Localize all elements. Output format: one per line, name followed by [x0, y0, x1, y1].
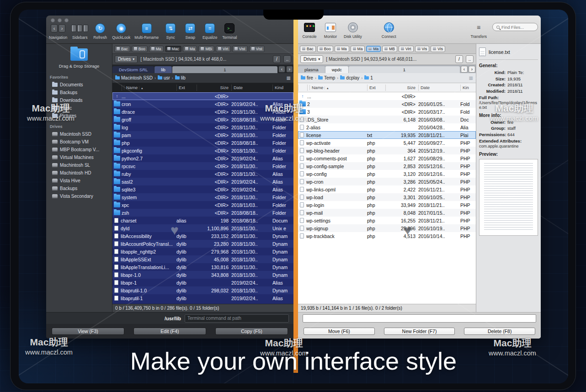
file-row-libaprutil-1[interactable]: libaprutil-1dylib2019/02/24..Alias	[112, 294, 293, 302]
file-row--[interactable]: ↑...<DIR>	[112, 92, 293, 100]
file-row-python2-7[interactable]: python2.7<DIR>2019/02/24..Alias	[112, 154, 293, 162]
copy-f5-button[interactable]: Copy (F5)	[215, 328, 288, 335]
toolbar-console[interactable]: Console	[302, 22, 317, 39]
sidebar-item-music[interactable]: Music	[46, 104, 112, 112]
pane-divider[interactable]	[293, 16, 298, 339]
file-row-wp-config[interactable]: wp-configphp3,1202016/12/16..PHP	[298, 170, 476, 178]
column-size[interactable]: Size	[197, 85, 231, 91]
sidebar-item-vista-secondary[interactable]: Vista Secondary	[46, 192, 112, 200]
file-row-wp-signup[interactable]: wp-signupphp25,8962016/10/19..PHP	[298, 224, 476, 232]
toolbar-monitor[interactable]: Monitor	[323, 22, 338, 39]
file-row-sasl2[interactable]: sasl2<DIR>2019/02/24..Alias	[112, 178, 293, 185]
sidebar-item-backups[interactable]: Backups	[46, 185, 112, 192]
toolbar-swap[interactable]: ⇄ Swap	[182, 23, 198, 40]
sidebar-item-downloads[interactable]: Downloads	[46, 96, 112, 104]
file-row-2[interactable]: 2<DIR>2016/01/25..Fold	[298, 100, 476, 108]
drives-dropdown[interactable]: Drives ▾	[115, 55, 138, 63]
close-button[interactable]	[51, 18, 55, 22]
path-input[interactable]	[303, 314, 536, 323]
file-row-xpc[interactable]: xpc<DIR>2018/11/03..Folder	[112, 201, 293, 209]
forward-icon[interactable]: ›	[59, 24, 65, 32]
tab-back-icon[interactable]: ‹	[461, 66, 468, 73]
file-row-log[interactable]: log<DIR>2018/11/30..Folder	[112, 123, 293, 131]
drive-shortcut-mbi[interactable]: MBi	[198, 46, 214, 52]
file-row-libapplessext[interactable]: libAppleSSExtdylib45,0082018/11/30..Dyna…	[112, 255, 293, 263]
tab-forward-icon[interactable]: ›	[286, 66, 293, 73]
drive-shortcut-vis[interactable]: Vis	[415, 46, 430, 52]
file-row-license[interactable]: licensetxt19,9352018/11/21..Plai	[298, 131, 476, 139]
file-row-php[interactable]: php<DIR>2018/08/18..Folder	[112, 139, 293, 147]
toolbar-refresh[interactable]: ↻ Refresh	[92, 23, 108, 40]
file-row--ds-store[interactable]: .DS_Store6,1482016/03/08..Doc	[298, 116, 476, 123]
back-icon[interactable]: ‹	[51, 24, 58, 32]
sidebar-item-bootcamp-vm[interactable]: Bootcamp VM	[46, 138, 112, 146]
file-row-pkgconfig[interactable]: pkgconfig<DIR>2018/11/30..Folder	[112, 147, 293, 154]
find-files-search[interactable]	[492, 23, 538, 31]
column-name[interactable]: Name ▴	[307, 85, 367, 91]
file-row-wp-mail[interactable]: wp-mailphp8,0482017/01/15..PHP	[298, 209, 476, 217]
breadcrumb-item-temp[interactable]: Temp	[318, 75, 335, 80]
breadcrumb-item-dcplay[interactable]: dcplay	[340, 75, 359, 80]
file-row-ruby[interactable]: ruby<DIR>2018/11/30..Alias	[112, 170, 293, 178]
drive-shortcut-virt[interactable]: Virt	[216, 46, 231, 52]
file-row-pam[interactable]: pam<DIR>2018/11/30..Folder	[112, 131, 293, 139]
tab-1[interactable]: 1	[349, 66, 460, 73]
drives-dropdown[interactable]: Drives ▾	[300, 55, 323, 63]
tab-devstorm[interactable]: DevStorm SRL	[112, 66, 154, 73]
sidebar-item-documents[interactable]: Documents	[46, 81, 112, 89]
file-row-3[interactable]: 3<DIR>2016/03/17..Fold	[298, 108, 476, 116]
sidebar-item-vista-hive[interactable]: Vista Hive	[46, 177, 112, 185]
sidebar-item-machintosh-sl[interactable]: Machintosh SL	[46, 161, 112, 169]
drive-shortcut-mac[interactable]: Mac	[165, 46, 181, 52]
file-row-libapple-nghttp2[interactable]: libapple_nghttp2dylib279,9682018/11/30..…	[112, 248, 293, 255]
sidebar-item-pictures[interactable]: Pictures	[46, 112, 112, 120]
tab-back-icon[interactable]: ‹	[278, 66, 285, 73]
parent-dir-button[interactable]: ..	[283, 55, 291, 63]
column-size[interactable]: Size	[385, 85, 418, 91]
sidebar-item-mbp-bootcamp-v-[interactable]: MBP Bootcamp V...	[46, 146, 112, 154]
drive-shortcut-boo[interactable]: Boo	[132, 46, 148, 52]
column-date[interactable]: Date	[418, 85, 460, 91]
file-row-libappletranslationli-[interactable]: libAppleTranslationLi...dylib130,8162018…	[112, 263, 293, 271]
toolbar-equalize[interactable]: = Equalize	[202, 23, 218, 40]
file-row-wp-load[interactable]: wp-loadphp3,3012016/10/25..PHP	[298, 193, 476, 201]
tab-plasma[interactable]: plasma	[298, 66, 325, 73]
edit-f4-button[interactable]: Edit (F4)	[133, 328, 206, 335]
drive-shortcut-ma[interactable]: Ma	[149, 46, 164, 52]
drive-shortcut-ma[interactable]: Ma	[366, 46, 381, 52]
file-row-zsh[interactable]: zsh<DIR>2018/08/18..Folder	[112, 209, 293, 217]
file-row-wp-trackback[interactable]: wp-trackbackphp4,5132016/10/14..PHP	[298, 232, 476, 240]
tab-lib-active[interactable]: lib	[154, 66, 172, 73]
parent-dir-button[interactable]: ..	[466, 55, 474, 63]
file-row-dtrace[interactable]: dtrace<DIR>2018/11/30..Folder	[112, 108, 293, 116]
column-kind[interactable]: Kin	[460, 85, 476, 91]
toolbar-connect[interactable]: Connect	[381, 22, 397, 39]
drive-shortcut-virt[interactable]: Virt	[399, 46, 414, 52]
file-row-wp-blog-header[interactable]: wp-blog-headerphp3642015/12/19..PHP	[298, 147, 476, 154]
search-input[interactable]	[501, 25, 533, 30]
drive-shortcut-mb[interactable]: MB	[382, 46, 397, 52]
file-row-wp-activate[interactable]: wp-activatephp5,4472016/09/27..PHP	[298, 139, 476, 147]
window-controls[interactable]	[51, 18, 69, 22]
drive-shortcut-ma[interactable]: Ma	[183, 46, 197, 52]
sidebar-item-backups[interactable]: Backups	[46, 89, 112, 96]
file-row-libaprutil-1-0[interactable]: libaprutil-1.0dylib298,0322018/11/30..Dy…	[112, 286, 293, 294]
file-row-wp-links-opml[interactable]: wp-links-opmlphp2,4222016/11/21..PHP	[298, 185, 476, 193]
toolbar-quicklook[interactable]: ◉ QuickLook	[112, 23, 130, 40]
new-folder-f7-button[interactable]: New Folder (F7)	[384, 328, 455, 335]
file-row-libaccessibility[interactable]: libAccessibilitydylib233,1522018/11/30..…	[112, 232, 293, 240]
file-row-wp-config-sample[interactable]: wp-config-samplephp2,8532015/12/16..PHP	[298, 162, 476, 170]
drive-shortcut-vist[interactable]: Vist	[249, 46, 265, 52]
file-row-2-alias[interactable]: 2-alias2016/04/28..Alia	[298, 123, 476, 131]
file-row-wp-cron[interactable]: wp-cronphp3,2862015/05/24..PHP	[298, 178, 476, 185]
column-kind[interactable]: Kind	[272, 85, 293, 91]
file-row-system[interactable]: system<DIR>2018/11/30..Folder	[112, 193, 293, 201]
tab-1[interactable]: 1	[172, 66, 277, 73]
toolbar-transfers[interactable]: ≡ Transfers	[470, 22, 487, 39]
breadcrumb-item-macintosh-ssd[interactable]: Macintosh SSD	[115, 75, 153, 80]
toolbar-sync[interactable]: ⇅ Sync	[163, 23, 178, 40]
column-name[interactable]: Name ▴	[122, 85, 176, 91]
root-button[interactable]: /	[455, 55, 463, 63]
view-f3-button[interactable]: View (F3)	[52, 328, 124, 335]
drive-shortcut-bac[interactable]: Bac	[114, 46, 130, 52]
